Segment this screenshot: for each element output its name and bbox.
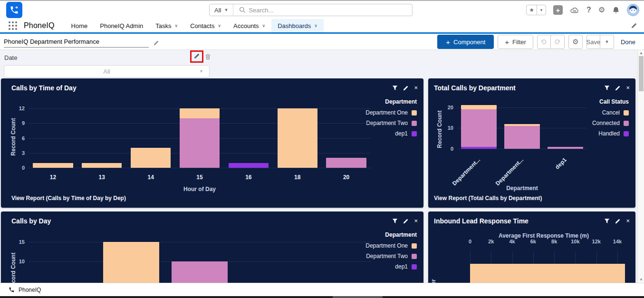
bar-segment[interactable] [180, 118, 220, 168]
bar-segment[interactable] [326, 158, 366, 168]
filter-edit-pencil-icon[interactable] [194, 52, 200, 61]
panel-edit-pencil-icon[interactable] [403, 85, 409, 91]
x-tick-label: 6k [530, 239, 536, 244]
panel-edit-pencil-icon[interactable] [403, 218, 409, 224]
toolbar-buttons: + Component + Filter ⚙ Save ▼ Done [437, 35, 638, 49]
help-icon[interactable]: ? [586, 6, 591, 14]
scroll-up-arrow[interactable]: ▲ [638, 51, 644, 55]
search-scope-label: All [214, 7, 221, 14]
filter-delete-trash-icon[interactable] [205, 53, 211, 62]
save-menu-caret[interactable]: ▼ [600, 35, 614, 49]
vertical-scrollbar[interactable]: ▲ ▼ [637, 50, 644, 283]
app-navigation-bar: PhoneIQ HomePhoneIQ AdminTasks∨Contacts∨… [0, 19, 644, 32]
bar-segment[interactable] [103, 242, 159, 283]
done-button[interactable]: Done [618, 35, 638, 49]
nav-tab-dashboards[interactable]: Dashboards∨ [271, 19, 324, 32]
global-actions-icon[interactable]: + [553, 5, 563, 15]
horizontal-scrollbar[interactable] [0, 296, 644, 298]
save-button[interactable]: Save [586, 35, 600, 49]
search-icon [239, 7, 246, 13]
date-filter-combobox[interactable]: All ▼ [4, 65, 210, 77]
y-axis-title: Record Count [436, 110, 443, 148]
trailhead-icon[interactable] [570, 6, 579, 14]
bar-segment[interactable] [229, 163, 269, 168]
panel-filter-funnel-icon[interactable] [604, 218, 610, 224]
legend-title: Department [385, 231, 417, 238]
favorites-caret-icon[interactable]: ▼ [537, 5, 546, 15]
bar-segment[interactable] [461, 109, 497, 147]
search-input[interactable] [249, 7, 412, 14]
y-axis-title: Owner [430, 279, 437, 283]
x-tick-label: 2k [488, 239, 494, 244]
scrollbar-thumb[interactable] [639, 56, 644, 91]
panel-remove-x-icon[interactable]: × [414, 218, 418, 224]
nav-tab-label: Contacts [190, 22, 214, 29]
global-header: All ▼ ★ ▼ + ? ⚙ [0, 1, 644, 19]
date-filter-value: All [103, 68, 110, 75]
y-tick-label: 15 [11, 239, 25, 245]
add-component-button[interactable]: + Component [437, 35, 494, 49]
panel-edit-pencil-icon[interactable] [615, 218, 621, 224]
view-report-link[interactable]: View Report (Calls by Time of Day by Dep… [11, 195, 126, 202]
panel-filter-funnel-icon[interactable] [604, 85, 610, 91]
horizontal-scrollbar-thumb[interactable] [333, 296, 383, 298]
title-edit-pencil-icon[interactable] [154, 39, 159, 48]
scroll-down-arrow[interactable]: ▼ [638, 278, 644, 282]
dashboard-title-field[interactable]: PhoneIQ Department Performance [4, 37, 149, 48]
setup-gear-icon[interactable]: ⚙ [598, 6, 605, 14]
panel-filter-funnel-icon[interactable] [392, 218, 398, 224]
bar-segment[interactable] [461, 147, 497, 149]
bar-segment[interactable] [461, 105, 497, 109]
x-tick-label: 12k [592, 239, 601, 244]
phone-icon [9, 287, 15, 293]
phoneiq-logo[interactable] [6, 2, 22, 18]
panel-calls-by-day: Calls by Day × DepartmentDepartment OneD… [1, 211, 423, 283]
utility-phoneiq-item[interactable]: PhoneIQ [19, 287, 41, 293]
header-utility-icons: ★ ▼ + ? ⚙ [526, 3, 639, 17]
legend-label: Connected [592, 120, 620, 126]
legend-swatch [412, 254, 417, 259]
nav-tab-home[interactable]: Home [65, 19, 94, 32]
favorites-star-icon[interactable]: ★ [527, 5, 537, 15]
nav-tab-tasks[interactable]: Tasks∨ [149, 19, 184, 32]
bar-segment[interactable] [82, 163, 122, 168]
bar-segment[interactable] [180, 108, 220, 118]
panel-edit-pencil-icon[interactable] [615, 85, 621, 91]
add-filter-button[interactable]: + Filter [498, 35, 533, 49]
app-name: PhoneIQ [24, 21, 55, 30]
undo-button[interactable] [537, 35, 551, 49]
x-axis-title: Hour of Day [29, 186, 371, 192]
panel-remove-x-icon[interactable]: × [626, 218, 630, 224]
bar-segment[interactable] [548, 147, 583, 149]
x-tick-label: 14 [147, 174, 154, 181]
legend-label: Cancel [602, 109, 620, 116]
bar-segment[interactable] [131, 148, 171, 168]
nav-edit-pencil-icon[interactable] [631, 22, 637, 30]
bar-segment[interactable] [278, 108, 317, 168]
bar-segment[interactable] [470, 264, 625, 283]
nav-tab-label: PhoneIQ Admin [100, 22, 143, 29]
nav-tab-accounts[interactable]: Accounts∨ [227, 19, 271, 32]
bar-segment[interactable] [172, 261, 228, 283]
redo-button[interactable] [551, 35, 565, 49]
legend-label: Department Two [366, 253, 408, 260]
bar-segment[interactable] [33, 163, 73, 168]
legend-label: Department Two [366, 120, 408, 126]
favorites-button: ★ ▼ [526, 5, 546, 15]
bar-segment[interactable] [504, 126, 540, 149]
panel-filter-funnel-icon[interactable] [392, 85, 398, 91]
app-launcher-icon[interactable] [9, 21, 17, 30]
y-tick-label: 12 [11, 106, 25, 111]
nav-tab-phoneiq-admin[interactable]: PhoneIQ Admin [94, 19, 149, 32]
search-scope-selector[interactable]: All ▼ [210, 4, 233, 16]
dashboard-properties-button[interactable]: ⚙ [568, 35, 583, 49]
panel-remove-x-icon[interactable]: × [626, 85, 630, 91]
user-avatar[interactable] [627, 4, 639, 16]
view-report-link[interactable]: View Report (Total Calls by Department) [434, 195, 542, 202]
panel-remove-x-icon[interactable]: × [414, 85, 418, 91]
notifications-bell-icon[interactable] [612, 6, 620, 14]
x-tick-label: 14k [613, 239, 622, 244]
legend-item: Department One [365, 109, 417, 116]
bar-segment[interactable] [504, 124, 540, 126]
nav-tab-contacts[interactable]: Contacts∨ [184, 19, 227, 32]
